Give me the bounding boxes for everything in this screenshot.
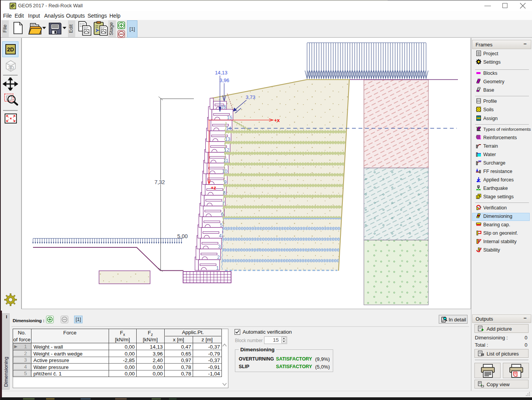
svg-text:1: 1 (216, 265, 219, 271)
svg-text:3: 3 (218, 244, 221, 249)
svg-text:6: 6 (221, 212, 224, 217)
svg-text:16: 16 (221, 104, 226, 110)
svg-text:13: 13 (225, 137, 230, 142)
svg-text:2: 2 (217, 255, 220, 260)
svg-text:14,13: 14,13 (215, 70, 228, 76)
svg-text:12: 12 (224, 147, 230, 153)
svg-text:+x: +x (274, 117, 280, 123)
svg-text:+z: +z (211, 185, 216, 191)
svg-text:8: 8 (223, 190, 226, 196)
svg-text:5,00: 5,00 (177, 233, 188, 239)
svg-text:10: 10 (222, 169, 228, 174)
svg-text:11: 11 (223, 158, 228, 163)
svg-text:15: 15 (227, 115, 232, 120)
svg-text:5: 5 (220, 222, 223, 228)
svg-text:3,96: 3,96 (220, 77, 229, 83)
svg-text:9: 9 (224, 179, 226, 185)
svg-text:4: 4 (219, 233, 222, 239)
svg-text:3D: 3D (8, 65, 14, 71)
svg-text:7,32: 7,32 (154, 179, 165, 185)
svg-text:1: 1 (477, 196, 479, 199)
svg-text:3,73: 3,73 (246, 94, 255, 100)
svg-text:7: 7 (222, 201, 225, 206)
